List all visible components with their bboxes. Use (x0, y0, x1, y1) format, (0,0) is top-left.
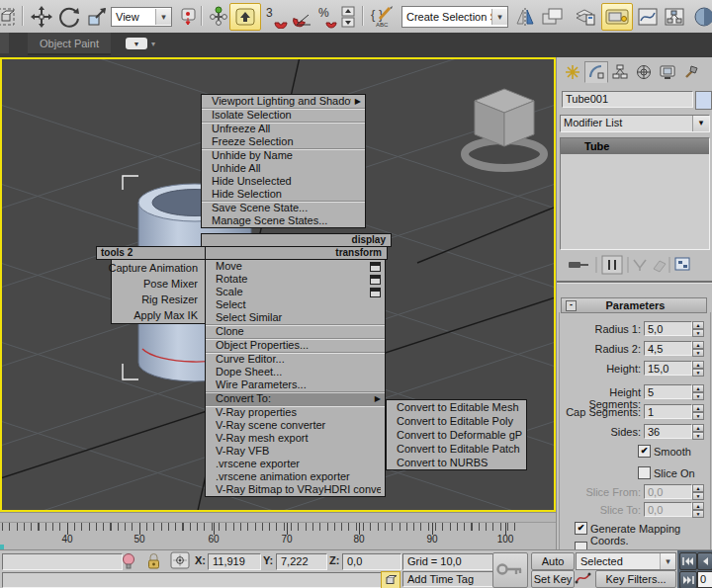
key-mode-toggle-icon[interactable] (679, 571, 697, 588)
menu-item[interactable]: Object Properties... (206, 338, 385, 352)
radius2-spinner[interactable]: ▲▼ (692, 341, 704, 356)
menu-item[interactable]: Clone (206, 324, 385, 338)
selection-lock-icon[interactable] (146, 552, 161, 569)
go-to-start-icon[interactable] (679, 552, 697, 570)
radius2-field[interactable]: 4,5 (644, 341, 692, 356)
menu-item[interactable]: Convert to NURBS (387, 456, 526, 469)
collapse-icon[interactable]: - (566, 300, 577, 311)
menu-item[interactable]: Capture Animation (112, 260, 206, 276)
select-and-rotate-icon[interactable] (55, 3, 83, 31)
settings-icon[interactable] (370, 288, 381, 297)
current-frame-field[interactable]: 0 (697, 571, 712, 588)
menu-item[interactable]: Manage Scene States... (202, 214, 365, 227)
configure-modifier-sets-icon[interactable] (675, 258, 689, 270)
settings-icon[interactable] (370, 262, 381, 272)
select-object-icon[interactable] (0, 3, 20, 31)
key-selection-dropdown[interactable]: Selected ▾ (576, 552, 676, 570)
tab-hierarchy[interactable] (608, 61, 632, 83)
menu-item[interactable]: Scale (206, 286, 385, 298)
track-bar[interactable]: 40 50 60 70 80 90 100 (0, 512, 556, 550)
menu-item[interactable]: Apply Max IK (112, 307, 206, 323)
slice-to-spinner[interactable]: ▲▼ (692, 502, 704, 517)
maxscript-mini-listener[interactable] (2, 553, 123, 570)
reference-coordinate-dropdown[interactable]: View ▾ (111, 7, 172, 27)
menu-item[interactable]: Convert to Deformable gPoly (387, 428, 526, 442)
cap-segments-field[interactable]: 1 (644, 404, 692, 419)
mirror-icon[interactable] (511, 3, 539, 31)
tab-object-paint[interactable]: Object Paint (28, 33, 111, 55)
menu-item[interactable]: .vrscene exporter (206, 458, 385, 470)
menu-item[interactable]: Wire Parameters... (206, 378, 385, 391)
menu-item[interactable]: Convert to Editable Patch (387, 442, 526, 456)
default-in-out-tangent-icon[interactable] (575, 570, 592, 586)
menu-item[interactable]: Hide Unselected (202, 175, 365, 188)
spinner-snap-toggle-icon[interactable] (337, 3, 359, 31)
menu-item[interactable]: Unhide All (202, 162, 365, 175)
radius1-field[interactable]: 5,0 (644, 321, 692, 336)
tab-create[interactable] (561, 61, 584, 83)
sides-field[interactable]: 36 (644, 424, 692, 439)
menu-item[interactable]: Convert to Editable Poly (387, 414, 526, 428)
menu-item[interactable]: Hide Selection (202, 188, 365, 201)
slice-from-spinner[interactable]: ▲▼ (692, 484, 704, 499)
ribbon-minimize-icon[interactable]: ▼ (126, 38, 147, 49)
menu-item[interactable]: V-Ray VFB (206, 445, 385, 458)
menu-item[interactable]: Rotate (206, 273, 385, 286)
stack-item-tube[interactable]: Tube (561, 138, 709, 154)
auto-key-button[interactable]: Auto Key (531, 552, 575, 570)
slice-from-field[interactable]: 0,0 (644, 484, 692, 499)
remove-modifier-icon[interactable] (654, 261, 666, 272)
menu-item[interactable]: Unhide by Name (202, 148, 365, 162)
menu-item[interactable]: Freeze Selection (202, 135, 365, 148)
helper-object[interactable] (465, 89, 544, 168)
tab-display[interactable] (656, 61, 679, 83)
schematic-view-icon[interactable] (661, 3, 688, 31)
named-selection-set-dropdown[interactable]: Create Selection Se ▾ (401, 6, 508, 28)
cap-segments-spinner[interactable]: ▲▼ (692, 404, 704, 419)
height-segments-spinner[interactable]: ▲▼ (692, 384, 704, 399)
menu-item[interactable]: .vrscene animation exporter (206, 470, 385, 483)
set-keys-button[interactable] (492, 552, 528, 588)
height-segments-field[interactable]: 5 (644, 384, 692, 399)
menu-item[interactable]: V-Ray properties (206, 405, 385, 419)
select-and-scale-icon[interactable] (83, 3, 111, 31)
menu-item[interactable]: Unfreeze All (202, 122, 365, 135)
z-coordinate-field[interactable]: 0,0 (342, 553, 401, 570)
settings-icon[interactable] (370, 275, 381, 285)
menu-item[interactable]: Dope Sheet... (206, 366, 385, 378)
add-time-tag[interactable]: Add Time Tag (402, 571, 495, 587)
select-and-manipulate-icon[interactable] (205, 3, 232, 31)
tab-modify[interactable] (584, 61, 608, 83)
absolute-mode-icon[interactable] (170, 551, 190, 569)
layer-manager-icon[interactable] (572, 3, 599, 31)
sides-spinner[interactable]: ▲▼ (692, 424, 704, 439)
menu-item[interactable]: Curve Editor... (206, 352, 385, 366)
slice-to-field[interactable]: 0,0 (644, 502, 692, 517)
parameters-rollout-header[interactable]: - Parameters (561, 297, 707, 313)
previous-frame-icon[interactable] (697, 552, 712, 570)
edit-named-selection-sets-icon[interactable]: { }ABC (368, 3, 398, 31)
keyboard-override-toggle[interactable] (229, 3, 261, 31)
menu-item[interactable]: Convert to Editable Mesh (387, 400, 526, 414)
bulb-icon[interactable] (122, 552, 135, 569)
menu-item[interactable]: Move (206, 260, 385, 273)
key-filters-button[interactable]: Key Filters... (595, 570, 676, 588)
selection-brackets-toggle-icon[interactable] (381, 571, 400, 588)
ribbon-caret-icon[interactable]: ▾ (151, 40, 155, 48)
set-key-button[interactable]: Set Key (531, 570, 575, 588)
menu-item[interactable]: Save Scene State... (202, 201, 365, 214)
menu-item[interactable]: V-Ray scene converter (206, 419, 385, 432)
curve-editor-icon[interactable] (634, 3, 662, 31)
align-icon[interactable] (539, 3, 567, 31)
show-end-result-icon[interactable] (602, 256, 622, 274)
select-and-move-icon[interactable] (28, 3, 55, 31)
snap-toggle-3d-icon[interactable]: 3 (263, 3, 291, 31)
make-unique-icon[interactable] (634, 260, 646, 271)
menu-item-convert-to[interactable]: Convert To:▶ (206, 391, 385, 405)
pin-stack-icon[interactable] (569, 262, 588, 268)
menu-item[interactable]: Rig Resizer (112, 292, 206, 307)
height-field[interactable]: 15,0 (644, 361, 692, 376)
menu-item[interactable]: V-Ray Bitmap to VRayHDRI converter (206, 483, 385, 496)
menu-item[interactable]: Select (206, 298, 385, 311)
modifier-list-dropdown[interactable]: Modifier List ▾ (560, 115, 710, 132)
